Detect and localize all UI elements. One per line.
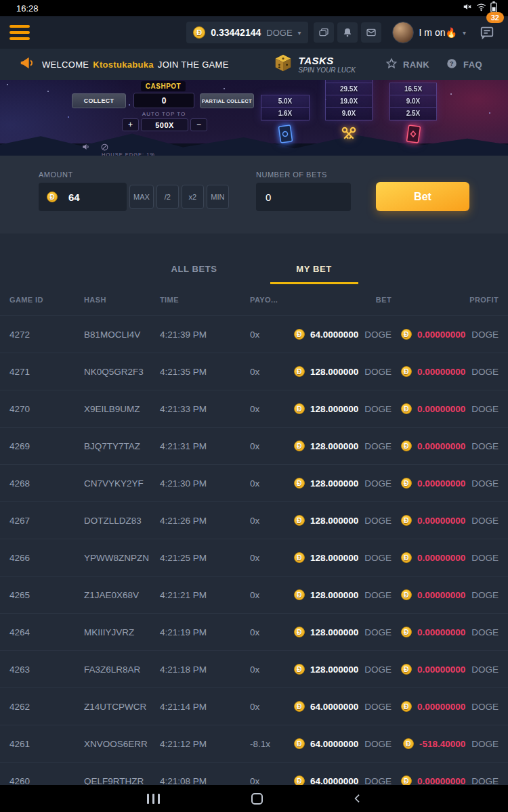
- tasks-dice-icon: [273, 53, 293, 76]
- tower-multiplier: 16.5X: [390, 83, 436, 95]
- cell-hash: Z14UTCPWCR: [84, 702, 160, 712]
- tab-my-bet[interactable]: MY BET: [254, 264, 374, 284]
- table-row[interactable]: 4268 CN7VYKY2YF 4:21:30 PM 0x Ð 128.0000…: [0, 465, 508, 502]
- bet-button[interactable]: Bet: [376, 182, 469, 211]
- wallet-button[interactable]: [314, 22, 334, 43]
- amount-min-button[interactable]: MIN: [207, 185, 229, 209]
- number-of-bets-label: NUMBER OF BETS: [256, 171, 327, 179]
- rank-link[interactable]: RANK: [385, 58, 429, 72]
- faq-label: FAQ: [463, 60, 482, 70]
- prize-tower-2[interactable]: 53.0X29.5X19.0X9.0X: [325, 80, 373, 148]
- tower-multiplier: 1.6X: [261, 108, 309, 120]
- table-row[interactable]: 4269 BJQ7TY7TAZ 4:21:31 PM 0x Ð 128.0000…: [0, 428, 508, 465]
- amount-double-button[interactable]: x2: [182, 185, 204, 209]
- table-row[interactable]: 4266 YPWW8ZNPZN 4:21:25 PM 0x Ð 128.0000…: [0, 539, 508, 577]
- doge-coin-icon: Ð: [294, 738, 305, 749]
- cell-hash: FA3Z6LR8AR: [84, 664, 160, 675]
- doge-coin-icon: Ð: [401, 329, 412, 340]
- table-header: GAME ID HASH TIME PAYO... BET PROFIT: [0, 284, 508, 316]
- chat-panel-icon: [480, 25, 494, 40]
- cell-payout: 0x: [250, 330, 292, 340]
- prize-tower-1[interactable]: 5.0X1.6X: [261, 95, 310, 148]
- amount-label: AMOUNT: [39, 171, 73, 179]
- sound-icon[interactable]: [81, 142, 91, 154]
- doge-coin-icon: Ð: [294, 441, 305, 451]
- doge-coin-icon: Ð: [401, 627, 412, 637]
- gold-keys-icon: [325, 120, 373, 148]
- cell-bet: Ð 128.000000 DOGE: [292, 478, 391, 489]
- chat-button[interactable]: 32: [475, 21, 499, 44]
- cell-payout: 0x: [250, 553, 292, 563]
- tower-multiplier: 29.5X: [326, 83, 372, 95]
- home-button[interactable]: [251, 793, 263, 805]
- game-area: CASHPOT COLLECT 0 PARTIAL COLLECT AUTO T…: [0, 80, 508, 156]
- doge-coin-icon: Ð: [294, 664, 305, 675]
- cashpot-label: CASHPOT: [141, 81, 186, 91]
- tab-all-bets[interactable]: ALL BETS: [134, 264, 254, 284]
- menu-button[interactable]: [9, 25, 30, 40]
- cell-payout: 0x: [250, 404, 292, 414]
- table-row[interactable]: 4267 DOTZLLDZ83 4:21:26 PM 0x Ð 128.0000…: [0, 502, 508, 539]
- welcome-suffix: JOIN THE GAME: [158, 60, 229, 70]
- doge-coin-icon: Ð: [401, 366, 412, 377]
- collect-button[interactable]: COLLECT: [72, 93, 126, 108]
- table-row[interactable]: 4261 XNVOOS6ERR 4:21:12 PM -8.1x Ð 64.00…: [0, 725, 508, 763]
- cell-time: 4:21:12 PM: [160, 739, 250, 749]
- user-menu[interactable]: I m on🔥 ▾: [392, 22, 466, 43]
- status-time: 16:28: [16, 3, 39, 14]
- bets-tabs: ALL BETS MY BET: [0, 233, 508, 284]
- increase-button[interactable]: +: [122, 118, 139, 131]
- cell-profit: Ð 0.00000000 DOGE: [391, 627, 499, 637]
- table-row[interactable]: 4263 FA3Z6LR8AR 4:21:18 PM 0x Ð 128.0000…: [0, 651, 508, 688]
- back-button[interactable]: [352, 793, 363, 804]
- doge-coin-icon: Ð: [193, 26, 205, 39]
- tasks-subtitle: SPIN YOUR LUCK: [299, 66, 356, 74]
- tower-multiplier: 2.5X: [390, 108, 436, 120]
- cell-profit: Ð 0.00000000 DOGE: [391, 552, 499, 563]
- cell-hash: NK0Q5GR2F3: [84, 367, 160, 377]
- balance-selector[interactable]: Ð 0.33442144 DOGE ▾: [186, 22, 308, 43]
- amount-max-button[interactable]: MAX: [129, 185, 154, 209]
- cell-bet: Ð 64.0000000 DOGE: [292, 329, 391, 340]
- doge-coin-icon: Ð: [294, 627, 305, 637]
- cell-hash: YPWW8ZNPZN: [84, 553, 160, 563]
- table-row[interactable]: 4264 MKIIIYJVRZ 4:21:19 PM 0x Ð 128.0000…: [0, 614, 508, 651]
- doge-coin-icon: Ð: [401, 441, 412, 451]
- tower-multiplier: 19.0X: [326, 95, 372, 108]
- table-row[interactable]: 4272 B81MOCLI4V 4:21:39 PM 0x Ð 64.00000…: [0, 316, 508, 353]
- notifications-button[interactable]: [337, 22, 358, 43]
- prize-tower-3[interactable]: 16.5X9.0X2.5X: [389, 83, 437, 148]
- doge-coin-icon: Ð: [294, 515, 305, 526]
- cell-profit: Ð 0.00000000 DOGE: [391, 664, 499, 675]
- bet-panel: AMOUNT Ð MAX /2 x2 MIN NUMBER OF BETS Be…: [0, 156, 508, 233]
- table-row[interactable]: 4271 NK0Q5GR2F3 4:21:35 PM 0x Ð 128.0000…: [0, 353, 508, 390]
- table-row[interactable]: 4265 Z1JAE0X68V 4:21:21 PM 0x Ð 128.0000…: [0, 577, 508, 614]
- amount-field: Ð: [39, 183, 127, 211]
- cell-game-id: 4264: [9, 627, 84, 637]
- android-nav-bar: [0, 785, 508, 812]
- decrease-button[interactable]: −: [190, 118, 207, 131]
- red-card-icon: [389, 120, 437, 148]
- top-nav: Ð 0.33442144 DOGE ▾ I m on🔥 ▾ 32: [0, 16, 508, 49]
- amount-input[interactable]: [68, 191, 116, 203]
- table-row[interactable]: 4270 X9EILB9UMZ 4:21:33 PM 0x Ð 128.0000…: [0, 390, 508, 428]
- cell-bet: Ð 128.000000 DOGE: [292, 589, 391, 600]
- tasks-link[interactable]: TASKS SPIN YOUR LUCK: [273, 53, 356, 76]
- faq-link[interactable]: ? FAQ: [446, 58, 482, 72]
- cell-profit: Ð 0.00000000 DOGE: [391, 589, 499, 600]
- messages-button[interactable]: [361, 22, 381, 43]
- cell-game-id: 4266: [9, 553, 84, 563]
- star-icon: [385, 58, 398, 72]
- auto-top-label: AUTO TOP TO: [133, 111, 194, 117]
- balance-currency: DOGE: [266, 28, 292, 38]
- cell-profit: Ð 0.00000000 DOGE: [391, 403, 499, 414]
- table-row[interactable]: 4262 Z14UTCPWCR 4:21:14 PM 0x Ð 64.00000…: [0, 688, 508, 725]
- doge-coin-icon: Ð: [294, 478, 305, 489]
- cell-time: 4:21:39 PM: [160, 330, 250, 340]
- recents-button[interactable]: [146, 794, 162, 804]
- cell-game-id: 4265: [9, 590, 84, 600]
- doge-coin-icon: Ð: [294, 366, 305, 377]
- tower-multiplier: 9.0X: [326, 108, 372, 120]
- amount-half-button[interactable]: /2: [156, 185, 179, 209]
- number-of-bets-input[interactable]: [266, 191, 333, 203]
